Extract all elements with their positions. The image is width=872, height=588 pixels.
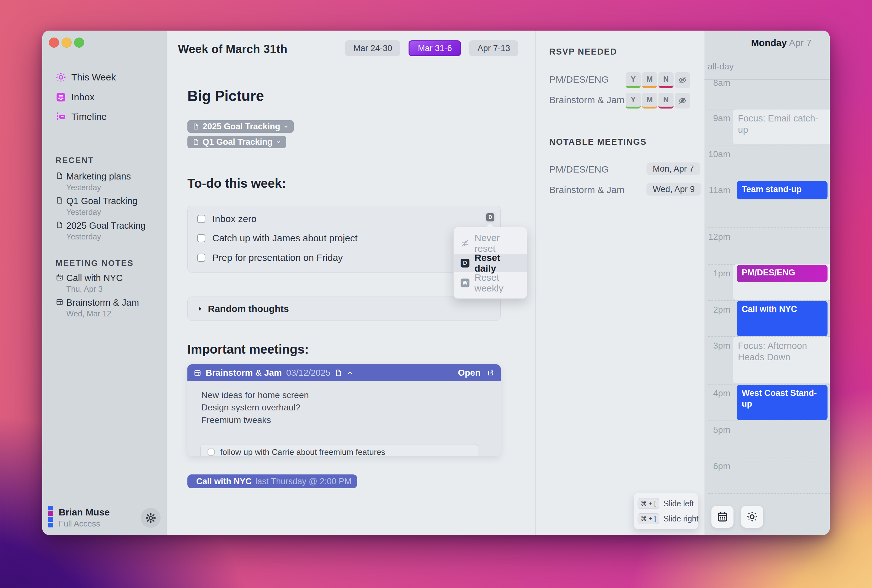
notable-date-pill[interactable]: Wed, Apr 9 [647,183,701,196]
subtask-checkbox[interactable] [207,448,215,456]
todo-label: Prep for presentation on Friday [212,252,343,263]
close-window-button[interactable] [49,38,59,48]
zoom-window-button[interactable] [74,38,84,48]
key-combo: ⌘ + ] [638,513,659,524]
rsvp-yes-button[interactable]: Y [626,72,641,88]
rsvp-no-button[interactable]: N [659,72,674,88]
big-picture-heading: Big Picture [188,87,264,104]
sidebar-item-label: Timeline [71,111,107,122]
desktop-background: This Week Inbox Timeline RECENT Marketin… [0,0,872,588]
meeting-note-title: Call with NYC [66,273,123,283]
event-west-coast-stand-up[interactable]: West Coast Stand-up [737,385,827,420]
hour-label: 2pm [704,305,730,315]
important-meetings-heading: Important meetings: [188,342,309,357]
event-focus-email-catch-up[interactable]: Focus: Email catch-up [733,110,830,144]
call-with-nyc-pill[interactable]: Call with NYC last Thursday @ 2:00 PM [188,474,357,488]
hour-label: 3pm [704,340,730,351]
event-pm-des-eng[interactable]: PM/DES/ENG [737,265,827,282]
todo-checkbox[interactable] [197,234,206,242]
app-window: This Week Inbox Timeline RECENT Marketin… [42,31,830,535]
random-thoughts-toggle[interactable]: Random thoughts [188,297,501,321]
event-focus-afternoon-heads-down[interactable]: Focus: Afternoon Heads Down [733,337,830,383]
event-call-with-nyc[interactable]: Call with NYC [737,301,827,336]
rsvp-maybe-button[interactable]: M [642,72,657,88]
document-icon[interactable] [335,369,342,376]
meeting-card: Brainstorm & Jam 03/12/2025 Open New ide… [188,364,501,456]
event-title: West Coast Stand-up [737,385,827,410]
menu-item-reset-weekly[interactable]: W Reset weekly [454,274,527,292]
rsvp-hide-button[interactable] [675,93,690,108]
hour-label: 12pm [704,232,730,242]
hour-label: 1pm [704,268,730,279]
pill-title: Call with NYC [196,477,252,486]
reset-mode-button[interactable]: D [485,212,496,223]
page-title: Week of March 31th [178,43,287,56]
event-title: Call with NYC [737,301,827,315]
inbox-icon [56,92,66,102]
disclosure-triangle-icon [197,305,204,312]
event-title: Focus: Email catch-up [733,110,830,136]
notable-date-pill[interactable]: Mon, Apr 7 [647,162,700,175]
menu-item-reset-daily[interactable]: D Reset daily [454,254,527,272]
calendar-date: Apr 7 [789,38,812,48]
keyboard-shortcuts-tooltip: ⌘ + [ Slide left ⌘ + ] Slide right [633,493,698,530]
meeting-card-header[interactable]: Brainstorm & Jam 03/12/2025 Open [188,364,501,381]
todo-row: Inbox zero [197,213,257,224]
hour-gridline [708,420,830,421]
todo-checkbox[interactable] [197,215,206,223]
subtask-label: follow up with Carrie about freemium fea… [220,447,385,456]
eye-off-icon [678,76,687,84]
external-link-icon[interactable] [487,369,494,376]
key-combo: ⌘ + [ [638,498,659,509]
document-icon [56,221,63,229]
meeting-note-line: Design system overhaul? [201,402,300,412]
open-meeting-link[interactable]: Open [458,368,480,378]
tab-apr-7-13[interactable]: Apr 7-13 [469,40,518,56]
rsvp-buttons-pm-des-eng: Y M N [626,72,690,88]
meeting-subtask-card: follow up with Carrie about freemium fea… [200,444,478,456]
hour-label: 9am [704,113,730,123]
all-day-label: all-day [708,62,734,72]
shortcut-row: ⌘ + ] Slide right [638,513,698,524]
todo-checkbox[interactable] [197,254,206,262]
minimize-window-button[interactable] [62,38,72,48]
hour-label: 5pm [704,425,730,435]
recent-item-meta: Yesterday [66,232,101,242]
random-thoughts-label: Random thoughts [208,303,289,314]
rsvp-row-label: Brainstorm & Jam [549,94,624,105]
chevron-down-icon [283,124,289,129]
rsvp-hide-button[interactable] [675,72,690,88]
sun-icon [746,511,758,522]
tag-2025-goal-tracking[interactable]: 2025 Goal Tracking [188,120,294,133]
menu-item-never-reset[interactable]: Never reset [454,234,527,252]
meeting-note-meta: Wed, Mar 12 [66,309,111,318]
rsvp-maybe-button[interactable]: M [642,93,657,108]
rsvp-section-title: RSVP NEEDED [549,47,617,57]
rsvp-panel: RSVP NEEDED PM/DES/ENG Y M N Brainstorm … [535,31,704,535]
recent-item-meta: Yesterday [66,183,101,192]
menu-item-label: Reset weekly [474,272,520,294]
tag-q1-goal-tracking[interactable]: Q1 Goal Tracking [188,136,286,148]
this-week-view-button[interactable] [741,506,763,528]
rsvp-no-button[interactable]: N [659,93,674,108]
calendar-icon [56,273,63,281]
sidebar-item-this-week[interactable]: This Week [42,70,167,84]
tab-mar-24-30[interactable]: Mar 24-30 [345,40,400,56]
rsvp-buttons-brainstorm-jam: Y M N [626,93,690,108]
pill-meta: last Thursday @ 2:00 PM [255,477,352,486]
settings-button[interactable] [141,508,161,528]
calendar-view-button[interactable] [711,506,734,528]
tab-mar-31-6[interactable]: Mar 31-6 [408,40,461,56]
avatar [48,506,53,528]
sidebar-item-inbox[interactable]: Inbox [42,90,167,104]
sidebar-item-timeline[interactable]: Timeline [42,110,167,124]
recent-item-title: Q1 Goal Tracking [66,196,138,206]
recent-item-title: 2025 Goal Tracking [66,220,146,231]
rsvp-yes-button[interactable]: Y [626,93,641,108]
chevron-up-icon[interactable] [347,370,353,376]
meeting-title: Brainstorm & Jam [206,368,282,378]
meeting-notes-section-title: MEETING NOTES [56,258,134,268]
hour-gridline [708,228,830,228]
meeting-note-line: Freemium tweaks [201,415,271,425]
event-team-stand-up[interactable]: Team stand-up [737,181,827,200]
